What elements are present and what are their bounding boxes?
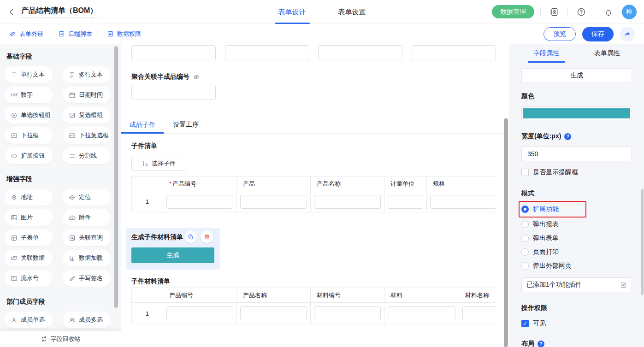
field-library-sidebar: 基础字段单行文本多行文本123数字日期时间单选按钮组复选框组下拉框下拉复选框扩展…: [0, 44, 121, 347]
plugin-config-box[interactable]: 已添加1个功能插件: [521, 277, 632, 292]
field-recycle-bin[interactable]: 字段回收站: [0, 331, 121, 347]
table-header-cell: 材料编号: [311, 288, 384, 303]
mode-option-0[interactable]: 扩展功能: [521, 202, 581, 216]
toolbar-link-0[interactable]: 表单外链: [9, 30, 43, 38]
field-pill-serial-number[interactable]: 流水号: [5, 270, 53, 287]
reminder-checkbox[interactable]: [521, 169, 529, 176]
generate-material-field-block[interactable]: 生成子件材料清单 生成: [126, 228, 220, 270]
table-cell-input[interactable]: [240, 306, 307, 320]
reminder-checkbox-row[interactable]: 是否显示提醒框: [521, 168, 632, 176]
sidebar-scrollbar[interactable]: [114, 46, 118, 308]
signature-icon: [69, 275, 76, 282]
field-pill-related-query[interactable]: 关联查询: [63, 229, 111, 246]
field-pill-subform[interactable]: 子表单: [5, 229, 53, 246]
field-pill-extend-button[interactable]: 扩展按钮: [5, 147, 53, 164]
field-pill-member-single[interactable]: 成员单选: [5, 312, 53, 328]
form-field-input[interactable]: [131, 45, 216, 60]
button-title-value[interactable]: 生成: [521, 68, 632, 83]
field-pill-datetime[interactable]: 日期时间: [63, 87, 111, 103]
mode-option-3[interactable]: 页面打印: [521, 245, 632, 259]
field-pill-checkbox-group[interactable]: 复选框组: [63, 107, 111, 124]
toolbar-link-2[interactable]: 数据权限: [107, 30, 141, 38]
field-pill-divider[interactable]: 分割线: [63, 147, 111, 164]
layout-help-icon[interactable]: ?: [538, 341, 544, 347]
canvas-scrollbar[interactable]: [504, 118, 508, 347]
radio-icon[interactable]: [521, 221, 529, 228]
form-field-input[interactable]: [225, 45, 309, 60]
field-pill-address[interactable]: 地址: [5, 189, 53, 206]
table-cell-input[interactable]: [430, 195, 496, 209]
panel-tab-0[interactable]: 字段属性: [528, 44, 565, 63]
field-pill-image[interactable]: 图片: [5, 209, 53, 226]
back-icon[interactable]: [7, 7, 17, 17]
contact-book-icon[interactable]: [547, 5, 561, 19]
divider-icon: [69, 153, 76, 159]
color-picker[interactable]: [521, 106, 632, 120]
avatar[interactable]: 检: [622, 5, 637, 19]
select-icon: [11, 132, 18, 139]
form-toolbar: 表单外链后端脚本数据权限 预览 保存: [0, 24, 644, 44]
form-field-input[interactable]: [318, 45, 402, 60]
mode-option-1[interactable]: 弹出报表: [521, 218, 632, 231]
share-button[interactable]: [620, 27, 635, 41]
field-pill-multi-select[interactable]: 下拉复选框: [63, 127, 111, 144]
field-pill-locate[interactable]: 定位: [63, 189, 111, 206]
divider: [595, 8, 595, 16]
mode-option-4[interactable]: 弹出外部网页: [521, 259, 632, 273]
layout-label: 布局 ?: [521, 340, 632, 347]
generate-button[interactable]: 生成: [131, 247, 214, 263]
field-pill-signature[interactable]: 手写签名: [63, 270, 111, 287]
field-pill-single-text[interactable]: 单行文本: [5, 66, 53, 83]
field-pill-multi-text[interactable]: 多行文本: [63, 66, 111, 83]
select-sub-part-button[interactable]: 选择子件: [131, 157, 186, 171]
visible-checkbox[interactable]: ✓: [521, 320, 529, 327]
width-input[interactable]: [521, 147, 632, 161]
radio-icon[interactable]: [521, 262, 529, 270]
copy-field-button[interactable]: [184, 230, 197, 243]
member-multi-icon: [69, 317, 76, 323]
table-cell-input[interactable]: [166, 195, 233, 209]
table-header-cell: 材料: [384, 288, 459, 303]
table-cell-input[interactable]: [388, 195, 423, 209]
width-help-icon[interactable]: ?: [564, 133, 571, 140]
notification-bell-icon[interactable]: [601, 5, 616, 19]
header-tab-1[interactable]: 表单设置: [337, 0, 368, 24]
field-pill-select[interactable]: 下拉框: [5, 127, 53, 144]
field-pill-radio-group[interactable]: 单选按钮组: [5, 107, 53, 124]
field-pill-number[interactable]: 123数字: [5, 87, 53, 103]
bar-chart-icon: [142, 160, 149, 167]
table-body-cell: [384, 191, 427, 212]
row-index-cell: 1: [132, 303, 163, 324]
field-pill-attachment[interactable]: 附件: [63, 209, 111, 226]
mode-option-2[interactable]: 弹出表单: [521, 231, 632, 245]
table-cell-input[interactable]: [240, 195, 307, 209]
field-pill-related-data[interactable]: 关联数据: [5, 250, 53, 266]
toolbar-link-1[interactable]: 后端脚本: [58, 30, 92, 38]
panel-scrollbar[interactable]: [641, 189, 644, 295]
single-text-icon: [11, 71, 18, 78]
canvas-tab-1[interactable]: 设置工序: [170, 121, 201, 133]
delete-field-button[interactable]: [201, 230, 213, 243]
data-manage-button[interactable]: 数据管理: [492, 5, 534, 18]
table-cell-input[interactable]: [166, 306, 233, 320]
table-cell-input[interactable]: [388, 306, 455, 320]
table-cell-input[interactable]: [314, 195, 381, 209]
radio-icon[interactable]: [521, 235, 529, 242]
aggregate-field-input[interactable]: [131, 85, 216, 100]
field-pill-data-load[interactable]: 数据加载: [63, 250, 111, 266]
table-cell-input[interactable]: [462, 306, 496, 320]
preview-button[interactable]: 预览: [544, 27, 576, 41]
radio-icon[interactable]: [521, 248, 529, 256]
help-icon[interactable]: [574, 5, 589, 19]
save-button[interactable]: 保存: [582, 27, 614, 41]
visible-checkbox-row[interactable]: ✓ 可见: [521, 319, 632, 328]
form-field-input[interactable]: [412, 45, 496, 60]
canvas-tab-0[interactable]: 成品子件: [127, 121, 158, 133]
radio-icon[interactable]: [521, 206, 529, 213]
panel-tab-1[interactable]: 表单属性: [589, 44, 626, 63]
edit-icon[interactable]: [620, 282, 627, 288]
page-title[interactable]: 产品结构清单（BOM）: [21, 6, 97, 18]
header-tab-0[interactable]: 表单设计: [277, 0, 308, 24]
field-pill-member-multi[interactable]: 成员多选: [63, 312, 111, 328]
table-cell-input[interactable]: [314, 306, 381, 320]
